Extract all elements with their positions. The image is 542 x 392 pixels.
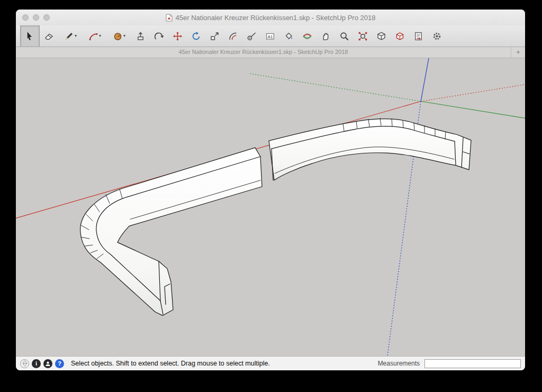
orbit-tool-button[interactable] bbox=[298, 25, 317, 47]
zoom-tool-button[interactable] bbox=[335, 25, 354, 47]
select-tool-button[interactable] bbox=[20, 25, 40, 47]
model-piece-left[interactable] bbox=[80, 148, 262, 315]
shapes-dropdown-caret[interactable]: ▾ bbox=[123, 34, 125, 38]
push-pull-tool-button[interactable] bbox=[131, 25, 150, 47]
rotate-icon bbox=[191, 31, 201, 41]
pencil-icon bbox=[64, 31, 74, 41]
magnifier-icon bbox=[339, 31, 349, 41]
minimize-button[interactable] bbox=[33, 14, 39, 21]
gear-icon bbox=[432, 31, 442, 41]
model-piece-right[interactable] bbox=[269, 118, 471, 180]
toolbar: ▾ ▾ ▾ bbox=[16, 25, 525, 47]
arcs-dropdown-caret[interactable]: ▾ bbox=[99, 34, 101, 38]
viewport-canvas[interactable] bbox=[16, 58, 525, 356]
measurements-input[interactable] bbox=[424, 359, 521, 368]
status-message: Select objects. Shift to extend select. … bbox=[71, 360, 270, 367]
window-title: 45er Nationaler Kreuzer Rückenkissen1.sk… bbox=[176, 14, 376, 22]
document-tab[interactable]: 45er Nationaler Kreuzer Rückenkissen1.sk… bbox=[16, 47, 511, 58]
measurements-label: Measurements bbox=[378, 360, 420, 367]
modeling-viewport[interactable] bbox=[16, 58, 525, 356]
scale-icon bbox=[210, 31, 220, 41]
traffic-lights bbox=[22, 14, 50, 21]
globe-icon bbox=[22, 360, 28, 367]
document-icon bbox=[166, 14, 173, 22]
pan-hand-icon bbox=[321, 31, 331, 41]
info-icon[interactable]: i bbox=[32, 359, 41, 368]
paint-bucket-tool-button[interactable] bbox=[279, 25, 298, 47]
line-dropdown-caret[interactable]: ▾ bbox=[75, 34, 77, 38]
paint-bucket-icon bbox=[284, 31, 294, 41]
extension-warehouse-button[interactable] bbox=[391, 25, 409, 47]
tape-measure-icon bbox=[247, 31, 257, 41]
red-axis-dotted bbox=[421, 85, 525, 102]
text-a1-icon: A1 bbox=[265, 31, 275, 41]
title-bar: 45er Nationaler Kreuzer Rückenkissen1.sk… bbox=[16, 10, 525, 25]
green-axis-dotted bbox=[249, 74, 421, 102]
zoom-window-button[interactable] bbox=[43, 14, 50, 21]
pan-tool-button[interactable] bbox=[317, 25, 335, 47]
push-pull-icon bbox=[136, 31, 146, 41]
account-icon[interactable] bbox=[43, 359, 52, 368]
scale-tool-button[interactable] bbox=[205, 25, 224, 47]
move-tool-button[interactable] bbox=[168, 25, 187, 47]
send-to-layout-button[interactable] bbox=[409, 25, 428, 47]
status-bar: i ? Select objects. Shift to extend sele… bbox=[16, 356, 525, 370]
extension-cube-icon bbox=[395, 31, 405, 41]
orbit-icon bbox=[302, 31, 312, 41]
text-tool-button[interactable]: A1 bbox=[261, 25, 279, 47]
shapes-tool-button[interactable]: ▾ bbox=[107, 25, 131, 47]
arcs-tool-button[interactable]: ▾ bbox=[83, 25, 107, 47]
zoom-extents-icon bbox=[358, 31, 368, 41]
blue-axis-solid bbox=[421, 58, 429, 102]
follow-me-tool-button[interactable] bbox=[150, 25, 168, 47]
select-arrow-icon bbox=[25, 31, 35, 41]
model-info-button[interactable] bbox=[428, 25, 446, 47]
geolocation-icon[interactable] bbox=[20, 359, 29, 368]
zoom-extents-tool-button[interactable] bbox=[354, 25, 372, 47]
close-button[interactable] bbox=[22, 14, 29, 21]
3d-warehouse-button[interactable] bbox=[372, 25, 391, 47]
line-tool-button[interactable]: ▾ bbox=[58, 25, 83, 47]
eraser-tool-button[interactable] bbox=[40, 25, 58, 47]
follow-me-icon bbox=[154, 31, 164, 41]
person-icon bbox=[45, 361, 51, 367]
svg-text:A1: A1 bbox=[268, 34, 273, 39]
layout-page-icon bbox=[413, 31, 423, 41]
tape-measure-tool-button[interactable] bbox=[242, 25, 261, 47]
new-tab-button[interactable]: + bbox=[511, 47, 525, 58]
move-icon bbox=[173, 31, 183, 41]
offset-icon bbox=[228, 31, 238, 41]
circle-shape-icon bbox=[113, 31, 123, 41]
cube-icon bbox=[376, 31, 386, 41]
help-icon[interactable]: ? bbox=[55, 359, 64, 368]
tab-bar: 45er Nationaler Kreuzer Rückenkissen1.sk… bbox=[16, 47, 525, 58]
sketchup-window: 45er Nationaler Kreuzer Rückenkissen1.sk… bbox=[16, 10, 525, 370]
offset-tool-button[interactable] bbox=[224, 25, 242, 47]
arc-icon bbox=[88, 31, 98, 41]
green-axis-solid bbox=[421, 102, 525, 118]
rotate-tool-button[interactable] bbox=[187, 25, 205, 47]
eraser-icon bbox=[44, 31, 54, 41]
